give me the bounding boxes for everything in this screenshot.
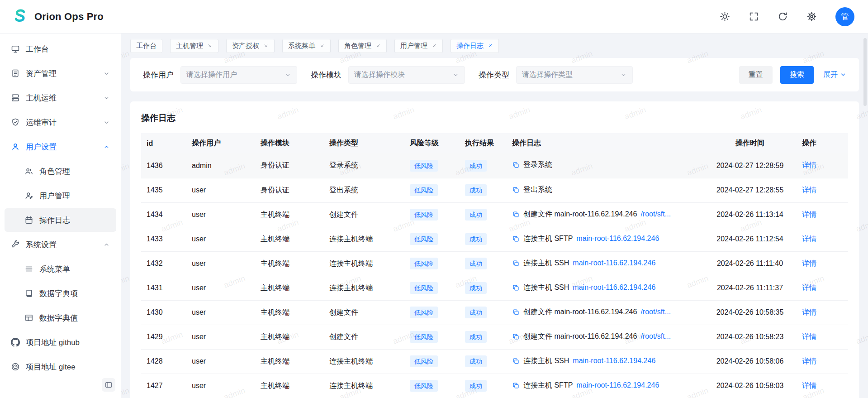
- asset-icon: [11, 69, 20, 78]
- tab-workbench[interactable]: 工作台: [130, 39, 162, 53]
- log-link[interactable]: /root/sft...: [640, 332, 671, 340]
- table-row: 1431user主机终端连接主机终端低风险成功连接主机 SSH main-roo…: [141, 276, 848, 300]
- close-icon[interactable]: [488, 43, 493, 48]
- filter-group-type: 操作类型请选择操作类型: [479, 66, 633, 84]
- sidebar-item-role-management[interactable]: 角色管理: [5, 159, 116, 183]
- cell-log: 连接主机 SSH main-root-116.62.194.246: [507, 251, 703, 276]
- sidebar-item-operation-log[interactable]: 操作日志: [5, 208, 116, 232]
- detail-link[interactable]: 详情: [802, 161, 816, 169]
- cell-risk: 低风险: [404, 325, 460, 349]
- table-row: 1427user主机终端连接主机终端低风险成功连接主机 SFTP main-ro…: [141, 374, 848, 398]
- copy-icon: [512, 186, 520, 194]
- detail-link[interactable]: 详情: [802, 357, 816, 365]
- sidebar-item-gitee[interactable]: 项目地址 gitee: [5, 355, 116, 379]
- tab-label: 系统菜单: [288, 42, 315, 50]
- sidebar-item-asset-management[interactable]: 资产管理: [5, 62, 116, 85]
- cell-module: 主机终端: [255, 251, 324, 276]
- table-row: 1436admin身份认证登录系统低风险成功登录系统2024-02-27 12:…: [141, 153, 848, 178]
- tab-role-management[interactable]: 角色管理: [338, 39, 387, 53]
- cell-action: 详情: [797, 374, 848, 398]
- copy-icon: [512, 161, 520, 169]
- sidebar-item-workbench[interactable]: 工作台: [5, 37, 116, 61]
- cell-log: 连接主机 SFTP main-root-116.62.194.246: [507, 227, 703, 251]
- sidebar-item-host-ops[interactable]: 主机运维: [5, 86, 116, 110]
- refresh-icon[interactable]: [778, 11, 788, 22]
- result-badge: 成功: [465, 258, 487, 269]
- workbench-icon: [11, 44, 20, 53]
- detail-link[interactable]: 详情: [802, 333, 816, 340]
- theme-icon[interactable]: [720, 11, 730, 22]
- gitee-icon: [11, 362, 20, 371]
- sidebar-item-label: 操作日志: [39, 215, 70, 225]
- sidebar-item-user-settings[interactable]: 用户设置: [5, 135, 116, 158]
- fullscreen-icon[interactable]: [749, 11, 759, 22]
- github-icon: [11, 338, 20, 347]
- detail-link[interactable]: 详情: [802, 186, 816, 194]
- chevron-down-icon: [452, 72, 459, 78]
- log-link[interactable]: main-root-116.62.194.246: [576, 235, 659, 243]
- cell-id: 1432: [141, 251, 186, 276]
- cell-type: 连接主机终端: [324, 374, 404, 398]
- sidebar-collapse-button[interactable]: [102, 378, 115, 392]
- header-actions: 管: [720, 7, 854, 26]
- sidebar-item-ops-audit[interactable]: 运维审计: [5, 110, 116, 134]
- cell-time: 2024-02-26 11:13:14: [703, 202, 797, 227]
- result-badge: 成功: [465, 209, 487, 221]
- tab-bar: 工作台主机管理资产授权系统菜单角色管理用户管理操作日志: [130, 34, 859, 58]
- tab-operation-log[interactable]: 操作日志: [451, 39, 499, 53]
- sidebar-item-dict-value[interactable]: 数据字典值: [5, 306, 116, 330]
- sidebar-item-label: 系统菜单: [39, 264, 70, 274]
- sys-setting-icon: [11, 240, 20, 249]
- filter-select-type[interactable]: 请选择操作类型: [516, 66, 633, 84]
- tab-user-management[interactable]: 用户管理: [394, 39, 443, 53]
- cell-user: user: [186, 276, 255, 300]
- detail-link[interactable]: 详情: [802, 308, 816, 316]
- sidebar-item-system-settings[interactable]: 系统设置: [5, 233, 116, 256]
- cell-result: 成功: [460, 300, 507, 325]
- filter-select-user[interactable]: 请选择操作用户: [180, 66, 297, 84]
- log-link[interactable]: main-root-116.62.194.246: [573, 259, 655, 267]
- sidebar-item-user-management[interactable]: 用户管理: [5, 184, 116, 207]
- user-avatar[interactable]: 管: [835, 7, 854, 26]
- close-icon[interactable]: [319, 43, 325, 48]
- cell-user: user: [186, 349, 255, 374]
- detail-link[interactable]: 详情: [802, 235, 816, 243]
- detail-link[interactable]: 详情: [802, 382, 816, 389]
- detail-link[interactable]: 详情: [802, 284, 816, 292]
- tab-host-management[interactable]: 主机管理: [170, 39, 218, 53]
- reset-button[interactable]: 重置: [739, 66, 773, 84]
- cell-module: 主机终端: [255, 300, 324, 325]
- close-icon[interactable]: [263, 43, 269, 48]
- log-link[interactable]: /root/sft...: [640, 210, 671, 218]
- cell-result: 成功: [460, 153, 507, 178]
- cell-type: 创建文件: [324, 325, 404, 349]
- expand-toggle[interactable]: 展开: [823, 70, 846, 80]
- cell-user: user: [186, 178, 255, 202]
- log-text: 连接主机 SSH: [523, 283, 569, 293]
- audit-icon: [11, 118, 20, 127]
- sidebar-item-label: 用户设置: [26, 142, 57, 152]
- search-button[interactable]: 搜索: [780, 66, 814, 84]
- close-icon[interactable]: [207, 43, 213, 48]
- log-link[interactable]: main-root-116.62.194.246: [573, 283, 655, 292]
- copy-icon: [512, 259, 520, 267]
- tab-system-menu[interactable]: 系统菜单: [282, 39, 331, 53]
- sidebar-item-system-menu[interactable]: 系统菜单: [5, 257, 116, 281]
- column-header: 操作时间: [703, 133, 797, 153]
- sidebar-item-github[interactable]: 项目地址 github: [5, 331, 116, 354]
- log-link[interactable]: /root/sft...: [640, 308, 671, 316]
- tab-asset-auth[interactable]: 资产授权: [226, 39, 275, 53]
- scrollbar-thumb[interactable]: [863, 38, 867, 106]
- log-link[interactable]: main-root-116.62.194.246: [573, 357, 655, 365]
- detail-link[interactable]: 详情: [802, 211, 816, 218]
- detail-link[interactable]: 详情: [802, 259, 816, 267]
- sidebar-item-dict-item[interactable]: 数据字典项: [5, 282, 116, 305]
- log-link[interactable]: main-root-116.62.194.246: [576, 381, 659, 389]
- close-icon[interactable]: [375, 43, 381, 48]
- settings-gear-icon[interactable]: [806, 11, 817, 22]
- cell-user: user: [186, 227, 255, 251]
- filter-select-module[interactable]: 请选择操作模块: [348, 66, 465, 84]
- cell-user: user: [186, 300, 255, 325]
- close-icon[interactable]: [432, 43, 437, 48]
- cell-type: 连接主机终端: [324, 349, 404, 374]
